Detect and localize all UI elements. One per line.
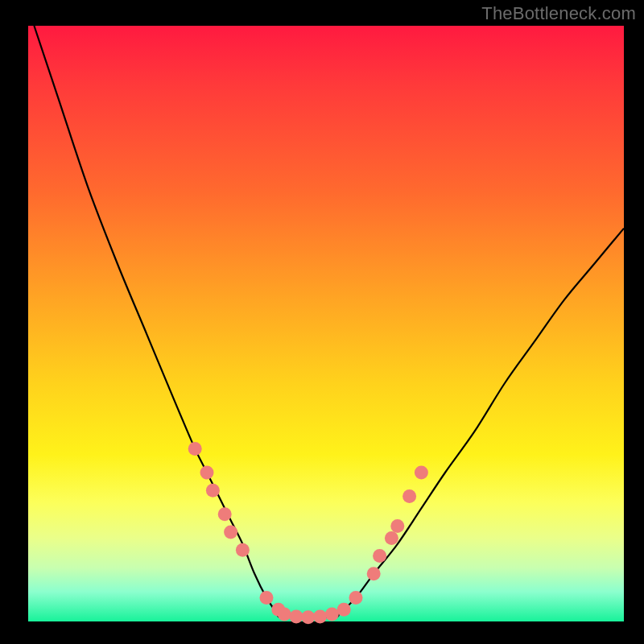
- chart-svg: [28, 26, 624, 621]
- data-marker: [278, 608, 291, 621]
- chart-stage: TheBottleneck.com: [0, 0, 644, 644]
- data-marker: [301, 610, 315, 624]
- data-marker: [313, 610, 327, 624]
- plot-area: [28, 26, 624, 621]
- data-marker: [337, 603, 351, 617]
- data-marker: [236, 543, 250, 557]
- bottleneck-curve: [34, 26, 624, 618]
- data-marker: [188, 442, 202, 456]
- watermark-text: TheBottleneck.com: [481, 3, 636, 24]
- data-marker: [373, 549, 386, 563]
- data-marker: [402, 489, 416, 503]
- data-marker: [224, 526, 237, 539]
- data-marker: [325, 608, 339, 621]
- data-marker: [200, 466, 214, 480]
- data-marker: [415, 466, 428, 480]
- data-marker: [218, 507, 232, 521]
- data-marker: [367, 567, 381, 580]
- marker-layer: [188, 442, 428, 624]
- data-marker: [385, 531, 398, 545]
- data-marker: [349, 591, 363, 605]
- data-marker: [260, 591, 274, 605]
- data-marker: [206, 484, 220, 497]
- data-marker: [390, 519, 404, 533]
- data-marker: [290, 610, 303, 624]
